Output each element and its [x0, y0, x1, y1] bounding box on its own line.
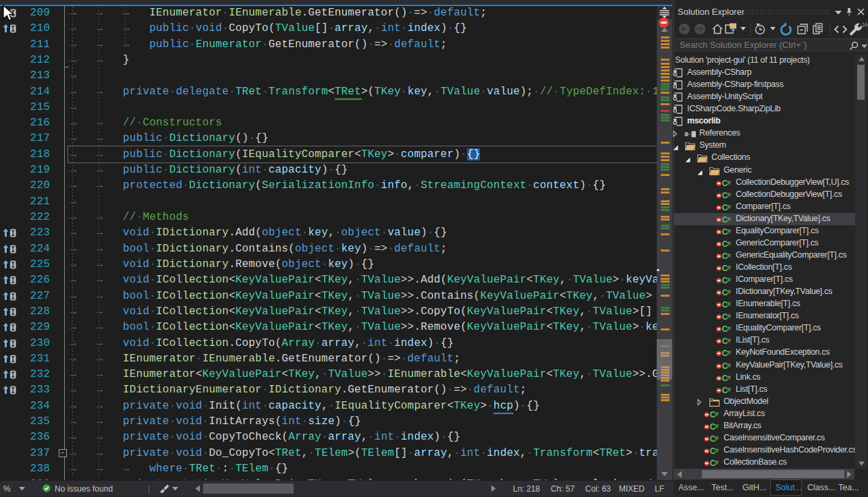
- svg-text:#: #: [715, 410, 720, 417]
- svg-text:#: #: [728, 203, 732, 210]
- svg-text:#: #: [728, 301, 732, 308]
- svg-text:#: #: [728, 179, 732, 186]
- svg-text:#: #: [728, 264, 732, 271]
- svg-text:#: #: [715, 422, 720, 430]
- svg-text:#: #: [728, 191, 732, 198]
- svg-text:#: #: [728, 215, 732, 223]
- svg-text:#: #: [728, 227, 732, 235]
- svg-text:#: #: [728, 239, 732, 247]
- svg-text:#: #: [728, 276, 732, 283]
- svg-text:#: #: [728, 361, 732, 369]
- svg-text:#: #: [715, 459, 720, 466]
- svg-text:#: #: [728, 386, 732, 393]
- svg-text:#: #: [728, 337, 732, 345]
- svg-text:#: #: [728, 349, 732, 357]
- svg-text:#: #: [728, 289, 732, 296]
- svg-text:#: #: [715, 446, 720, 454]
- svg-text:#: #: [728, 325, 732, 332]
- svg-text:#: #: [715, 434, 720, 442]
- svg-text:#: #: [728, 313, 732, 320]
- svg-text:#: #: [728, 252, 732, 259]
- svg-text:#: #: [728, 374, 732, 381]
